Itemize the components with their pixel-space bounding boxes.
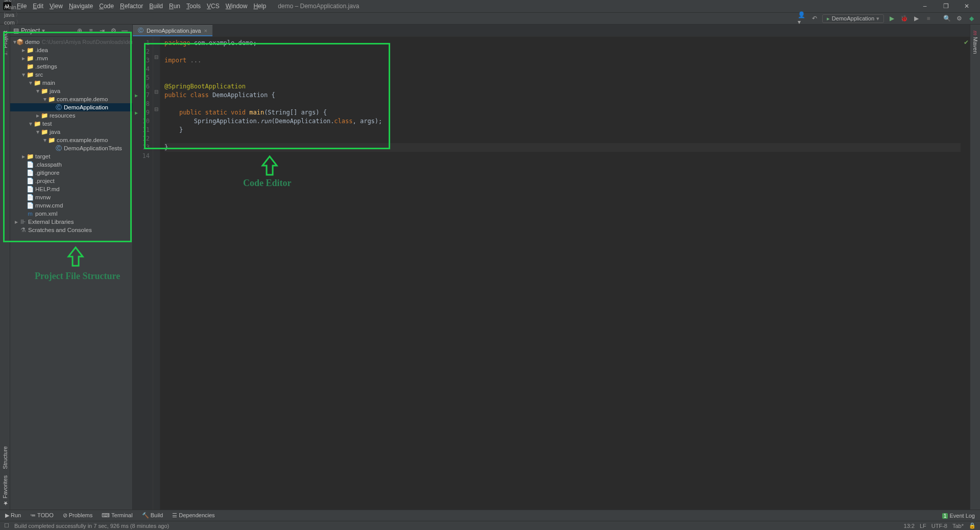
debug-icon[interactable]: 🐞 bbox=[899, 14, 909, 23]
menubar: IJ FileEditViewNavigateCodeRefactorBuild… bbox=[0, 0, 980, 12]
line-gutter[interactable]: 123456▶78▶91011121314 bbox=[133, 37, 153, 510]
rail-structure[interactable]: Structure bbox=[2, 443, 8, 472]
hide-icon[interactable]: — bbox=[120, 26, 129, 35]
add-config-icon[interactable]: 👤▾ bbox=[798, 14, 807, 23]
expand-icon[interactable]: ≡ bbox=[86, 26, 95, 35]
class-icon: Ⓒ bbox=[138, 27, 144, 34]
tool-todo[interactable]: ≔ TODO bbox=[30, 512, 53, 519]
tree-node-resources[interactable]: ▸📁resources bbox=[10, 111, 132, 120]
menu-refactor[interactable]: Refactor bbox=[117, 2, 146, 11]
tree-node-pom-xml[interactable]: mpom.xml bbox=[10, 210, 132, 218]
tree-node-test[interactable]: ▾📁test bbox=[10, 120, 132, 128]
tree-node-com-example-demo[interactable]: ▾📁com.example.demo bbox=[10, 95, 132, 103]
status-encoding[interactable]: UTF-8 bbox=[931, 523, 947, 529]
tree-node-external-libraries[interactable]: ▸⊪External Libraries bbox=[10, 218, 132, 226]
status-bar: ☐ Build completed successfully in 7 sec,… bbox=[0, 521, 980, 530]
project-panel: ▤ Project ▾ ⊕ ≡ ⇥ ⚙ — ▾📦demoC:\Users\Ami… bbox=[10, 25, 133, 510]
search-icon[interactable]: 🔍 bbox=[942, 14, 951, 23]
tab-label: DemoApplication.java bbox=[147, 28, 201, 34]
right-tool-rail: m Maven bbox=[970, 25, 980, 510]
locate-icon[interactable]: ⊕ bbox=[75, 26, 84, 35]
status-menu-icon[interactable]: ☐ bbox=[4, 522, 9, 529]
chevron-down-icon[interactable]: ▾ bbox=[42, 27, 45, 34]
run-config-selector[interactable]: ▸ DemoApplication ▾ bbox=[822, 14, 884, 23]
tool-problems[interactable]: ⊘ Problems bbox=[63, 512, 93, 519]
run-config-name: DemoApplication bbox=[832, 15, 874, 21]
menu-tools[interactable]: Tools bbox=[183, 2, 204, 11]
menu-help[interactable]: Help bbox=[250, 2, 269, 11]
tree-node-com-example-demo[interactable]: ▾📁com.example.demo bbox=[10, 136, 132, 144]
tab-demoapplication[interactable]: Ⓒ DemoApplication.java × bbox=[133, 25, 212, 36]
status-message: Build completed successfully in 7 sec, 9… bbox=[14, 523, 169, 529]
editor: Ⓒ DemoApplication.java × 123456▶78▶91011… bbox=[133, 25, 970, 510]
status-caret[interactable]: 13:2 bbox=[904, 523, 915, 529]
editor-marker-rail: ✔ bbox=[964, 37, 970, 510]
status-lock-icon[interactable]: 🔒 bbox=[969, 522, 976, 529]
project-tree[interactable]: ▾📦demoC:\Users\Amiya Rout\Downloads\demo… bbox=[10, 37, 132, 510]
code-text[interactable]: package com.example.demo; import ... @Sp… bbox=[160, 37, 964, 510]
bottom-tool-bar: ▶ Run ≔ TODO ⊘ Problems ⌨ Terminal 🔨 Bui… bbox=[0, 510, 980, 521]
tree-node--mvn[interactable]: ▸📁.mvn bbox=[10, 54, 132, 62]
project-view-icon: ▤ bbox=[13, 27, 19, 34]
project-panel-header: ▤ Project ▾ ⊕ ≡ ⇥ ⚙ — bbox=[10, 25, 132, 37]
tree-node--idea[interactable]: ▸📁.idea bbox=[10, 46, 132, 54]
menu-navigate[interactable]: Navigate bbox=[66, 2, 96, 11]
menu-run[interactable]: Run bbox=[166, 2, 183, 11]
tree-node-java[interactable]: ▾📁java bbox=[10, 87, 132, 95]
analysis-ok-icon: ✔ bbox=[964, 39, 969, 46]
tool-eventlog[interactable]: 1 Event Log bbox=[942, 513, 975, 519]
tree-node-target[interactable]: ▸📁target bbox=[10, 152, 132, 160]
tool-build[interactable]: 🔨 Build bbox=[142, 512, 163, 519]
editor-tabs: Ⓒ DemoApplication.java × bbox=[133, 25, 970, 37]
stop-icon[interactable]: ■ bbox=[924, 14, 933, 23]
tree-node-main[interactable]: ▾📁main bbox=[10, 79, 132, 87]
tree-node--gitignore[interactable]: 📄.gitignore bbox=[10, 169, 132, 177]
tool-terminal[interactable]: ⌨ Terminal bbox=[102, 512, 132, 519]
tool-run[interactable]: ▶ Run bbox=[5, 512, 21, 519]
tree-node-mvnw[interactable]: 📄mvnw bbox=[10, 193, 132, 201]
collapse-icon[interactable]: ⇥ bbox=[98, 26, 107, 35]
project-panel-title[interactable]: Project bbox=[21, 27, 40, 34]
rail-project[interactable]: 1: Project bbox=[2, 28, 8, 59]
breadcrumb-item[interactable]: java〉 bbox=[4, 11, 53, 18]
tree-node--classpath[interactable]: 📄.classpath bbox=[10, 160, 132, 169]
status-indent[interactable]: Tab* bbox=[952, 523, 964, 529]
navigation-bar: demo〉src〉main〉java〉com〉example〉demo〉ⒸDem… bbox=[0, 12, 980, 25]
coverage-icon[interactable]: ▶ bbox=[912, 14, 921, 23]
left-tool-rail: 1: Project Structure ★ Favorites bbox=[0, 25, 10, 510]
tree-node-src[interactable]: ▾📁src bbox=[10, 71, 132, 79]
menu-vcs[interactable]: VCS bbox=[204, 2, 223, 11]
tree-node-demoapplication[interactable]: ⒸDemoApplication bbox=[10, 103, 132, 111]
window-title: demo – DemoApplication.java bbox=[278, 3, 359, 10]
tree-node-demo[interactable]: ▾📦demoC:\Users\Amiya Rout\Downloads\demo bbox=[10, 38, 132, 46]
fold-gutter[interactable]: ⊟⊟⊟ bbox=[153, 37, 160, 510]
close-icon[interactable]: ✕ bbox=[957, 0, 977, 12]
tree-node--settings[interactable]: 📁.settings bbox=[10, 62, 132, 71]
maximize-icon[interactable]: ❐ bbox=[936, 0, 956, 12]
tree-node-mvnw-cmd[interactable]: 📄mvnw.cmd bbox=[10, 201, 132, 210]
rail-favorites[interactable]: ★ Favorites bbox=[2, 472, 8, 510]
minimize-icon[interactable]: – bbox=[915, 0, 935, 12]
gear-icon[interactable]: ⚙ bbox=[109, 26, 118, 35]
tool-dependencies[interactable]: ☰ Dependencies bbox=[172, 512, 214, 519]
tree-node-java[interactable]: ▾📁java bbox=[10, 128, 132, 136]
settings-icon[interactable]: ⚙ bbox=[954, 14, 964, 23]
tree-node-demoapplicationtests[interactable]: ⒸDemoApplicationTests bbox=[10, 144, 132, 152]
tree-node-help-md[interactable]: 📄HELP.md bbox=[10, 185, 132, 193]
status-lf[interactable]: LF bbox=[920, 523, 926, 529]
menu-build[interactable]: Build bbox=[146, 2, 166, 11]
breadcrumb-item[interactable]: main〉 bbox=[4, 3, 53, 11]
tree-node--project[interactable]: 📄.project bbox=[10, 177, 132, 185]
rail-maven[interactable]: m Maven bbox=[972, 28, 978, 57]
run-icon[interactable]: ▶ bbox=[887, 14, 896, 23]
close-tab-icon[interactable]: × bbox=[204, 28, 207, 34]
learn-icon[interactable]: ◆ bbox=[967, 14, 976, 23]
back-icon[interactable]: ↶ bbox=[810, 14, 819, 23]
menu-code[interactable]: Code bbox=[96, 2, 117, 11]
menu-window[interactable]: Window bbox=[223, 2, 251, 11]
tree-node-scratches-and-consoles[interactable]: ⚗Scratches and Consoles bbox=[10, 226, 132, 234]
